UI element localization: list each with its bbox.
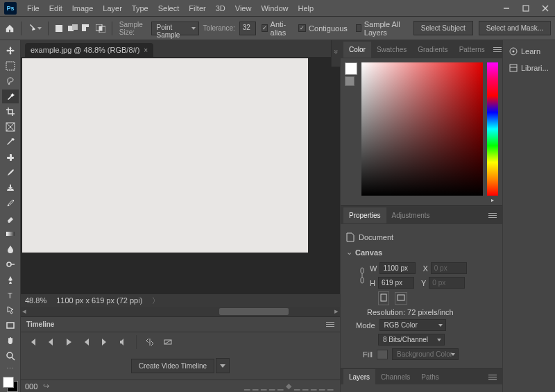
color-swatches[interactable]	[1, 377, 19, 392]
close-tab-icon[interactable]: ×	[144, 46, 148, 54]
layers-panel-menu-icon[interactable]	[486, 372, 500, 382]
gradients-tab[interactable]: Gradients	[412, 42, 453, 58]
menu-help[interactable]: Help	[293, 1, 319, 15]
color-panel-menu-icon[interactable]	[490, 44, 502, 55]
timeline-last-frame[interactable]	[97, 335, 112, 349]
timeline-first-frame[interactable]	[25, 335, 40, 349]
subtract-from-selection-button[interactable]	[81, 21, 92, 36]
rectangle-tool[interactable]	[2, 318, 19, 332]
menu-select[interactable]: Select	[153, 1, 185, 15]
timeline-convert-icon[interactable]: ↪	[43, 382, 49, 391]
intersect-selection-button[interactable]	[95, 21, 106, 36]
zoom-level[interactable]: 48.8%	[25, 296, 46, 305]
zoom-tool[interactable]	[2, 349, 19, 363]
dodge-tool[interactable]	[2, 257, 19, 271]
channels-tab[interactable]: Channels	[375, 369, 416, 385]
menu-3d[interactable]: 3D	[211, 1, 230, 15]
color-tab[interactable]: Color	[343, 42, 371, 58]
bit-depth-select[interactable]: 8 Bits/Channel	[378, 334, 445, 346]
contiguous-checkbox[interactable]: ✓Contiguous	[298, 24, 348, 33]
tool-preset-picker[interactable]	[27, 21, 42, 36]
canvas-x-input[interactable]: 0 px	[431, 262, 467, 274]
sample-all-layers-checkbox[interactable]: Sample All Layers	[356, 20, 405, 37]
adjustments-tab[interactable]: Adjustments	[386, 207, 436, 223]
frame-tool[interactable]	[2, 120, 19, 134]
move-tool[interactable]	[2, 44, 19, 58]
pen-tool[interactable]	[2, 273, 19, 287]
properties-panel-menu-icon[interactable]	[486, 210, 500, 221]
color-picker-field[interactable]	[361, 62, 483, 196]
tolerance-input[interactable]: 32	[239, 22, 256, 35]
menu-filter[interactable]: Filter	[184, 1, 210, 15]
link-dimensions-icon[interactable]	[359, 266, 366, 284]
timeline-split[interactable]	[142, 335, 157, 349]
clone-stamp-tool[interactable]	[2, 181, 19, 195]
canvas[interactable]	[22, 58, 308, 253]
status-bar-menu-icon[interactable]: 〉	[152, 296, 160, 306]
canvas-section-toggle[interactable]: ⌄Canvas	[346, 245, 497, 259]
document-tab[interactable]: example.jpg @ 48.8% (RGB/8#) ×	[25, 43, 153, 57]
blur-tool[interactable]	[2, 242, 19, 256]
timeline-audio[interactable]	[115, 335, 130, 349]
type-tool[interactable]: T	[2, 288, 19, 302]
select-subject-button[interactable]: Select Subject	[413, 21, 473, 35]
healing-brush-tool[interactable]	[2, 151, 19, 164]
timeline-next-frame[interactable]	[79, 335, 94, 349]
antialias-checkbox[interactable]: ✓Anti-alias	[262, 20, 291, 37]
layers-tab[interactable]: Layers	[343, 369, 375, 385]
timeline-menu-icon[interactable]	[326, 322, 334, 327]
menu-window[interactable]: Window	[256, 1, 293, 15]
background-swatch[interactable]	[345, 76, 355, 86]
menu-image[interactable]: Image	[67, 1, 99, 15]
color-fg-bg-swatches[interactable]	[345, 62, 357, 201]
hue-slider[interactable]	[487, 62, 498, 196]
color-mode-select[interactable]: RGB Color	[379, 319, 446, 331]
foreground-swatch[interactable]	[345, 62, 357, 75]
menu-file[interactable]: File	[22, 1, 44, 15]
gradient-tool[interactable]	[2, 227, 19, 241]
patterns-tab[interactable]: Patterns	[454, 42, 490, 58]
timeline-play[interactable]	[61, 335, 76, 349]
brush-tool[interactable]	[2, 166, 19, 180]
canvas-width-input[interactable]: 1100 px	[379, 262, 416, 274]
fill-swatch[interactable]	[377, 350, 388, 359]
learn-panel-button[interactable]: Learn	[504, 43, 554, 60]
menu-type[interactable]: Type	[127, 1, 153, 15]
swatches-tab[interactable]: Swatches	[371, 42, 412, 58]
menu-layer[interactable]: Layer	[98, 1, 127, 15]
orientation-portrait-button[interactable]	[378, 291, 389, 305]
menu-view[interactable]: View	[230, 1, 257, 15]
home-button[interactable]	[4, 21, 15, 36]
panel-collapse-strip[interactable]: »	[340, 40, 341, 67]
maximize-button[interactable]	[516, 0, 536, 17]
close-button[interactable]	[536, 0, 555, 17]
history-brush-tool[interactable]	[2, 196, 19, 210]
create-timeline-dropdown[interactable]	[216, 358, 230, 373]
timeline-transition[interactable]	[160, 335, 176, 349]
add-to-selection-button[interactable]	[67, 21, 78, 36]
paths-tab[interactable]: Paths	[416, 369, 445, 385]
orientation-landscape-button[interactable]	[395, 292, 407, 305]
hand-tool[interactable]	[2, 334, 19, 348]
timeline-prev-frame[interactable]	[43, 335, 58, 349]
lasso-tool[interactable]	[2, 74, 19, 88]
scrollbar-thumb[interactable]	[219, 308, 289, 315]
select-and-mask-button[interactable]: Select and Mask...	[479, 21, 551, 35]
eraser-tool[interactable]	[2, 212, 19, 225]
magic-wand-tool[interactable]	[2, 90, 19, 103]
properties-tab[interactable]: Properties	[343, 207, 386, 223]
create-video-timeline-button[interactable]: Create Video Timeline	[131, 359, 214, 373]
sample-size-select[interactable]: Point Sample	[151, 22, 198, 35]
fill-select[interactable]: Background Color	[392, 348, 459, 360]
timeline-zoom-slider[interactable]: ▁▁▁▁▁◆▁▁▁▁▁	[244, 382, 336, 391]
path-selection-tool[interactable]	[2, 303, 19, 317]
edit-toolbar-button[interactable]: ⋯	[2, 364, 19, 373]
eyedropper-tool[interactable]	[2, 135, 19, 149]
new-selection-button[interactable]	[53, 21, 65, 36]
menu-edit[interactable]: Edit	[44, 1, 67, 15]
canvas-y-input[interactable]: 0 px	[429, 277, 465, 289]
horizontal-scrollbar[interactable]: ◂ ▸	[21, 307, 340, 316]
marquee-tool[interactable]	[2, 59, 19, 73]
canvas-height-input[interactable]: 619 px	[378, 277, 414, 289]
libraries-panel-button[interactable]: Librari...	[504, 60, 554, 76]
